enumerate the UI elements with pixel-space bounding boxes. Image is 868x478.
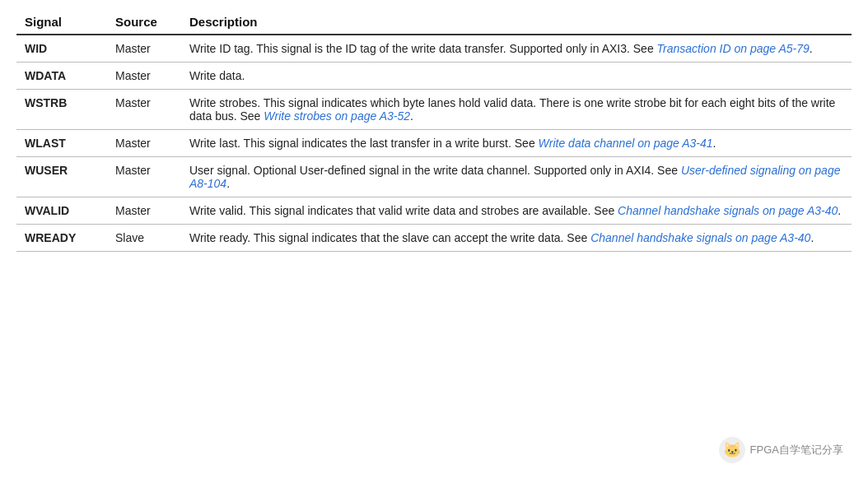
cell-source: Slave [107,225,181,252]
table-row: WDATAMasterWrite data. [16,63,852,90]
cell-signal: WREADY [16,225,107,252]
description-text: Write ready. This signal indicates that … [189,231,590,244]
cell-signal: WVALID [16,197,107,225]
table-row: WSTRBMasterWrite strobes. This signal in… [16,90,852,130]
cell-signal: WLAST [16,130,107,157]
description-text: Write valid. This signal indicates that … [189,204,618,217]
signals-table: Signal Source Description WIDMasterWrite… [16,8,852,252]
cell-source: Master [107,197,181,225]
cell-description: Write data. [181,63,852,90]
description-text: Write ID tag. This signal is the ID tag … [189,42,657,55]
description-text: User signal. Optional User-defined signa… [189,164,681,177]
cell-source: Master [107,35,181,63]
watermark: 🐱 FPGA自学笔记分享 [719,437,843,463]
description-link[interactable]: Channel handshake signals on page A3-40 [590,231,810,244]
table-row: WUSERMasterUser signal. Optional User-de… [16,157,852,197]
table-row: WLASTMasterWrite last. This signal indic… [16,130,852,157]
header-source: Source [107,8,181,35]
description-after: . [838,204,841,217]
cell-source: Master [107,90,181,130]
description-text: Write last. This signal indicates the la… [189,137,539,150]
cell-description: Write strobes. This signal indicates whi… [181,90,852,130]
description-link[interactable]: Write data channel on page A3-41 [539,137,713,150]
cell-description: User signal. Optional User-defined signa… [181,157,852,197]
table-header-row: Signal Source Description [16,8,852,35]
table-row: WVALIDMasterWrite valid. This signal ind… [16,197,852,225]
cell-source: Master [107,130,181,157]
description-after: . [810,231,814,244]
description-after: . [810,42,813,55]
cell-description: Write ID tag. This signal is the ID tag … [181,35,852,63]
description-after: . [713,137,716,150]
cell-signal: WDATA [16,63,107,90]
watermark-icon: 🐱 [719,437,745,463]
description-link[interactable]: Transaction ID on page A5-79 [657,42,810,55]
table-row: WREADYSlaveWrite ready. This signal indi… [16,225,852,252]
description-text: Write data. [189,69,245,82]
description-link[interactable]: Channel handshake signals on page A3-40 [618,204,838,217]
main-container: Signal Source Description WIDMasterWrite… [0,0,868,478]
cell-signal: WUSER [16,157,107,197]
cell-description: Write ready. This signal indicates that … [181,225,852,252]
cell-description: Write last. This signal indicates the la… [181,130,852,157]
cell-source: Master [107,157,181,197]
header-signal: Signal [16,8,107,35]
cell-signal: WSTRB [16,90,107,130]
table-row: WIDMasterWrite ID tag. This signal is th… [16,35,852,63]
watermark-text: FPGA自学笔记分享 [750,443,843,457]
description-link[interactable]: Write strobes on page A3-52 [264,109,410,123]
cell-source: Master [107,63,181,90]
cell-signal: WID [16,35,107,63]
cell-description: Write valid. This signal indicates that … [181,197,852,225]
header-description: Description [181,8,852,35]
description-after: . [410,109,413,123]
description-after: . [226,177,230,190]
